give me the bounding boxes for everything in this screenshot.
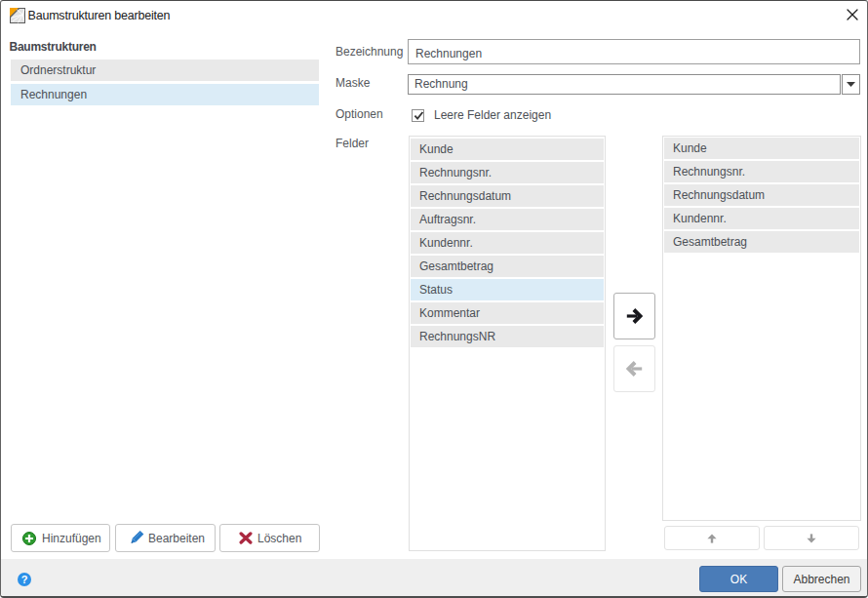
svg-text:?: ? xyxy=(20,574,27,585)
